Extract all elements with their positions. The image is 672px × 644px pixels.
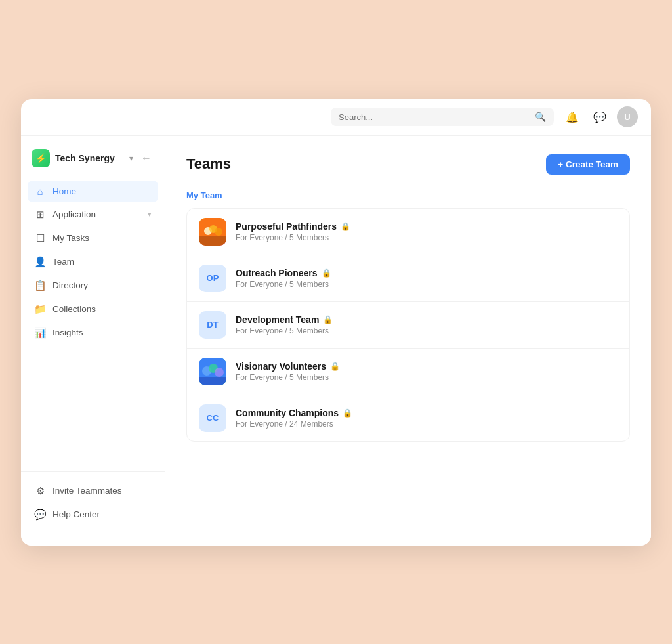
sidebar-item-directory[interactable]: 📋 Directory: [28, 274, 158, 297]
sidebar-item-collections-label: Collections: [52, 304, 152, 314]
lock-icon: 🔒: [330, 362, 340, 371]
sidebar-brand: ⚡ Tech Synergy ▾ ←: [21, 146, 165, 178]
sidebar-item-team[interactable]: 👤 Team: [28, 251, 158, 273]
lock-icon: 🔒: [341, 222, 350, 231]
chat-button[interactable]: 💬: [589, 106, 610, 127]
team-item-visionary-volunteers[interactable]: Visionary Volunteers 🔒 For Everyone / 5 …: [187, 349, 629, 395]
sidebar-item-my-tasks-label: My Tasks: [52, 233, 152, 243]
brand-chevron-icon[interactable]: ▾: [129, 154, 133, 163]
team-info-purposeful-pathfinders: Purposeful Pathfinders 🔒 For Everyone / …: [236, 221, 618, 242]
invite-teammates-icon: ⚙: [34, 485, 46, 497]
team-item-development-team[interactable]: DT Development Team 🔒 For Everyone / 5 M…: [187, 302, 629, 349]
sidebar-item-team-label: Team: [52, 257, 152, 267]
team-info-visionary-volunteers: Visionary Volunteers 🔒 For Everyone / 5 …: [236, 361, 618, 382]
sidebar-item-insights[interactable]: 📊 Insights: [28, 322, 158, 344]
content-area: Teams + Create Team My Team: [165, 136, 651, 546]
sidebar-item-invite-teammates-label: Invite Teammates: [52, 486, 152, 496]
svg-rect-4: [199, 236, 226, 246]
page-header: Teams + Create Team: [186, 154, 630, 175]
team-item-community-champions[interactable]: CC Community Champions 🔒 For Everyone / …: [187, 395, 629, 441]
create-team-button-label: + Create Team: [558, 160, 618, 169]
chat-icon: 💬: [593, 111, 606, 123]
directory-icon: 📋: [34, 280, 46, 291]
team-avatar-outreach-pioneers: OP: [199, 265, 226, 292]
team-name-outreach-pioneers: Outreach Pioneers 🔒: [236, 268, 618, 278]
sidebar-item-insights-label: Insights: [52, 328, 152, 337]
collections-icon: 📁: [34, 303, 46, 315]
sidebar: ⚡ Tech Synergy ▾ ← ⌂ Home ⊞ Application …: [21, 136, 165, 546]
my-tasks-icon: ☐: [34, 232, 46, 244]
team-avatar-visionary-volunteers: [199, 358, 226, 385]
sidebar-item-help-center-label: Help Center: [52, 509, 152, 519]
team-avatar-community-champions: CC: [199, 404, 226, 432]
team-meta-purposeful-pathfinders: For Everyone / 5 Members: [236, 233, 618, 242]
insights-icon: 📊: [34, 327, 46, 339]
sidebar-item-home-label: Home: [52, 186, 152, 196]
team-info-outreach-pioneers: Outreach Pioneers 🔒 For Everyone / 5 Mem…: [236, 268, 618, 289]
team-name-purposeful-pathfinders: Purposeful Pathfinders 🔒: [236, 221, 618, 232]
team-meta-visionary-volunteers: For Everyone / 5 Members: [236, 373, 618, 382]
sidebar-nav: ⌂ Home ⊞ Application ▾ ☐ My Tasks 👤 Team: [21, 178, 165, 471]
search-icon: 🔍: [535, 112, 546, 122]
team-icon: 👤: [34, 256, 46, 268]
sidebar-bottom: ⚙ Invite Teammates 💬 Help Center: [21, 471, 165, 535]
lock-icon: 🔒: [343, 408, 352, 418]
section-label: My Team: [186, 190, 630, 200]
sidebar-item-help-center[interactable]: 💬 Help Center: [28, 504, 158, 526]
header-icons: 🔔 💬 U: [562, 106, 638, 127]
sidebar-collapse-button[interactable]: ←: [138, 152, 154, 164]
team-list: Purposeful Pathfinders 🔒 For Everyone / …: [186, 208, 630, 442]
svg-rect-9: [199, 377, 226, 385]
sidebar-item-directory-label: Directory: [52, 280, 152, 290]
sidebar-item-collections[interactable]: 📁 Collections: [28, 298, 158, 320]
lock-icon: 🔒: [322, 268, 331, 278]
sidebar-item-home[interactable]: ⌂ Home: [28, 181, 158, 202]
sidebar-item-application-label: Application: [52, 209, 141, 219]
brand-name: Tech Synergy: [55, 153, 124, 163]
team-meta-outreach-pioneers: For Everyone / 5 Members: [236, 280, 618, 289]
sidebar-item-application[interactable]: ⊞ Application ▾: [28, 204, 158, 226]
main-layout: ⚡ Tech Synergy ▾ ← ⌂ Home ⊞ Application …: [21, 136, 651, 546]
team-name-development-team: Development Team 🔒: [236, 314, 618, 325]
header: 🔍 🔔 💬 U: [21, 99, 651, 136]
brand-lightning-icon: ⚡: [35, 153, 47, 163]
team-meta-community-champions: For Everyone / 24 Members: [236, 419, 618, 429]
team-info-community-champions: Community Champions 🔒 For Everyone / 24 …: [236, 408, 618, 429]
notification-bell-button[interactable]: 🔔: [562, 106, 583, 127]
create-team-button[interactable]: + Create Team: [546, 154, 630, 175]
help-center-icon: 💬: [34, 509, 46, 521]
avatar-initials: U: [624, 112, 630, 122]
sidebar-item-invite-teammates[interactable]: ⚙ Invite Teammates: [28, 480, 158, 502]
application-chevron-icon: ▾: [148, 210, 152, 219]
team-avatar-purposeful-pathfinders: [199, 218, 226, 246]
lock-icon: 🔒: [323, 315, 333, 324]
application-icon: ⊞: [34, 209, 46, 221]
team-info-development-team: Development Team 🔒 For Everyone / 5 Memb…: [236, 314, 618, 335]
team-name-visionary-volunteers: Visionary Volunteers 🔒: [236, 361, 618, 372]
bell-icon: 🔔: [566, 111, 579, 123]
team-meta-development-team: For Everyone / 5 Members: [236, 326, 618, 335]
svg-point-8: [215, 368, 224, 377]
sidebar-item-my-tasks[interactable]: ☐ My Tasks: [28, 227, 158, 249]
user-avatar[interactable]: U: [617, 106, 638, 127]
app-window: 🔍 🔔 💬 U ⚡ Tech Synergy ▾ ←: [21, 99, 651, 546]
search-input[interactable]: [339, 112, 530, 122]
team-name-community-champions: Community Champions 🔒: [236, 408, 618, 418]
team-avatar-development-team: DT: [199, 311, 226, 339]
page-title: Teams: [186, 156, 231, 173]
brand-icon: ⚡: [32, 149, 50, 167]
svg-point-3: [215, 228, 222, 236]
team-item-outreach-pioneers[interactable]: OP Outreach Pioneers 🔒 For Everyone / 5 …: [187, 255, 629, 302]
home-icon: ⌂: [34, 186, 46, 197]
team-item-purposeful-pathfinders[interactable]: Purposeful Pathfinders 🔒 For Everyone / …: [187, 209, 629, 255]
search-bar[interactable]: 🔍: [331, 108, 554, 126]
